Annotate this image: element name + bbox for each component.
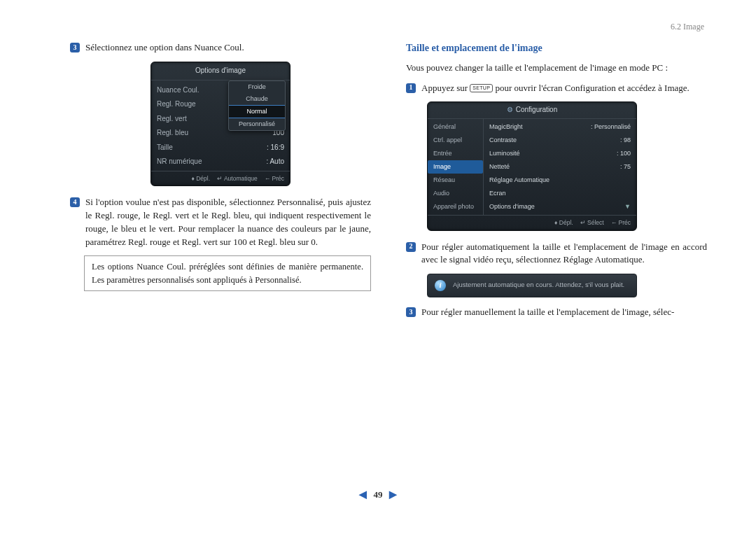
- osd2-footer-move: ♦ Dépl.: [554, 218, 573, 227]
- step-2r-text: Pour régler automatiquement la taille et…: [421, 241, 707, 267]
- info-box: i Ajustement automatique en cours. Atten…: [427, 274, 637, 297]
- step-3r-badge: 3: [406, 307, 416, 317]
- osd-row-taille-label: Taille: [157, 143, 173, 153]
- osd-row-taille-val: : 16:9: [267, 143, 284, 153]
- step-4-text: Si l'option voulue n'est pas disponible,…: [85, 196, 371, 248]
- note-box: Les options Nuance Coul. préréglées sont…: [84, 255, 371, 290]
- osd-configuration: Configuration Général Ctrl. appel Entrée…: [427, 101, 637, 230]
- osd-row-rouge: Regl. Rouge: [157, 99, 196, 110]
- page-number: 49: [374, 489, 383, 500]
- step-3-badge: 3: [70, 43, 80, 52]
- osd2-footer-back: ← Préc: [611, 218, 631, 227]
- next-page-arrow[interactable]: ▶: [385, 489, 401, 500]
- sidebar-audio: Audio: [428, 187, 483, 200]
- main-lum-l: Luminosité: [489, 149, 520, 158]
- section-title: Taille et emplacement de l'image: [406, 41, 707, 55]
- sidebar-entree: Entrée: [428, 147, 483, 160]
- section-header: 6.2 Image: [70, 21, 707, 33]
- osd-footer-auto: ↵ Automatique: [217, 174, 258, 183]
- dropdown-opt-chaude: Chaude: [229, 93, 285, 105]
- osd-footer-move: ♦ Dépl.: [191, 174, 210, 183]
- step-4-badge: 4: [70, 197, 80, 207]
- sidebar-ctrl: Ctrl. appel: [428, 134, 483, 147]
- osd-row-bleu-label: Regl. bleu: [157, 128, 188, 139]
- setup-key: SETUP: [470, 84, 493, 92]
- gear-icon: [507, 105, 513, 115]
- main-contraste-l: Contraste: [489, 136, 517, 145]
- osd2-sidebar: Général Ctrl. appel Entrée Image Réseau …: [428, 119, 484, 215]
- step-3r-text: Pour régler manuellement la taille et l'…: [421, 306, 707, 319]
- dropdown-opt-normal: Normal: [229, 105, 285, 118]
- step-1r-text: Appuyez sur SETUP pour ouvrir l'écran Co…: [421, 82, 707, 95]
- main-reglage-auto: Réglage Automatique: [489, 176, 550, 185]
- step-3-text: Sélectionnez une option dans Nuance Coul…: [85, 41, 371, 55]
- step-1r-badge: 1: [406, 83, 416, 93]
- osd-row-vert: Regl. vert: [157, 114, 187, 125]
- info-text: Ajustement automatique en cours. Attende…: [453, 280, 624, 290]
- main-options: Options d'image: [489, 202, 535, 211]
- osd2-footer-select: ↵ Sélect: [580, 218, 604, 227]
- main-magicbright-l: MagicBright: [489, 122, 523, 132]
- sidebar-image: Image: [428, 160, 483, 174]
- main-nettete-v: : 75: [620, 162, 631, 171]
- osd-row-nr-val: : Auto: [266, 157, 284, 167]
- osd-row-nuance: Nuance Coul.: [157, 85, 200, 96]
- main-nettete-l: Netteté: [489, 162, 510, 171]
- sidebar-reseau: Réseau: [428, 174, 483, 187]
- pager: ◀ 49 ▶: [0, 488, 756, 502]
- dropdown-opt-froide: Froide: [229, 81, 285, 93]
- osd-title: Options d'image: [151, 62, 290, 80]
- prev-page-arrow[interactable]: ◀: [355, 489, 371, 500]
- main-contraste-v: : 98: [620, 136, 631, 145]
- step-2r-badge: 2: [406, 242, 416, 252]
- main-lum-v: : 100: [617, 149, 631, 158]
- osd2-main: MagicBright: Personnalisé Contraste: 98 …: [484, 119, 636, 215]
- info-icon: i: [435, 280, 446, 291]
- osd-row-nr-label: NR numérique: [157, 157, 202, 167]
- sidebar-general: Général: [428, 120, 483, 134]
- osd2-title: Configuration: [428, 102, 636, 119]
- osd-footer-back: ← Préc: [265, 174, 284, 183]
- main-ecran: Ecran: [489, 189, 506, 198]
- main-magicbright-v: : Personnalisé: [591, 122, 631, 132]
- sidebar-appareil: Appareil photo: [428, 200, 483, 213]
- osd-options-image: Options d'image Nuance Coul. Regl. Rouge…: [150, 62, 290, 186]
- dropdown-opt-personnalise: Personnalisé: [229, 118, 285, 130]
- arrow-down-icon: ▼: [624, 202, 631, 211]
- intro-paragraph: Vous pouvez changer la taille et l'empla…: [406, 62, 707, 75]
- osd-dropdown: Froide Chaude Normal Personnalisé: [228, 80, 286, 131]
